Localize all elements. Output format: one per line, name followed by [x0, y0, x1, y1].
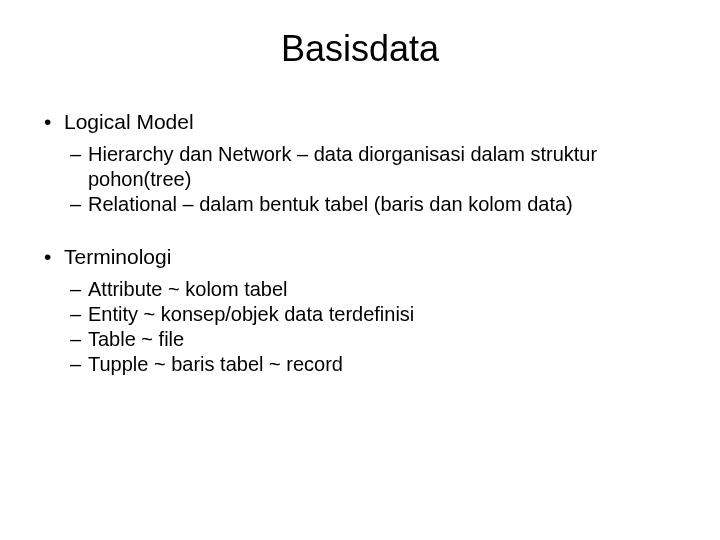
list-item: Table ~ file	[88, 327, 680, 352]
list-item: Relational – dalam bentuk tabel (baris d…	[88, 192, 680, 217]
list-item: Hierarchy dan Network – data diorganisas…	[88, 142, 680, 192]
list-item: Entity ~ konsep/objek data terdefinisi	[88, 302, 680, 327]
section-sublist: Attribute ~ kolom tabel Entity ~ konsep/…	[40, 277, 680, 377]
section-sublist: Hierarchy dan Network – data diorganisas…	[40, 142, 680, 217]
content-list: Logical Model Hierarchy dan Network – da…	[40, 110, 680, 377]
slide-title: Basisdata	[40, 28, 680, 70]
list-item: Tupple ~ baris tabel ~ record	[88, 352, 680, 377]
section-heading: Logical Model	[40, 110, 680, 134]
section-heading: Terminologi	[40, 245, 680, 269]
list-item: Attribute ~ kolom tabel	[88, 277, 680, 302]
